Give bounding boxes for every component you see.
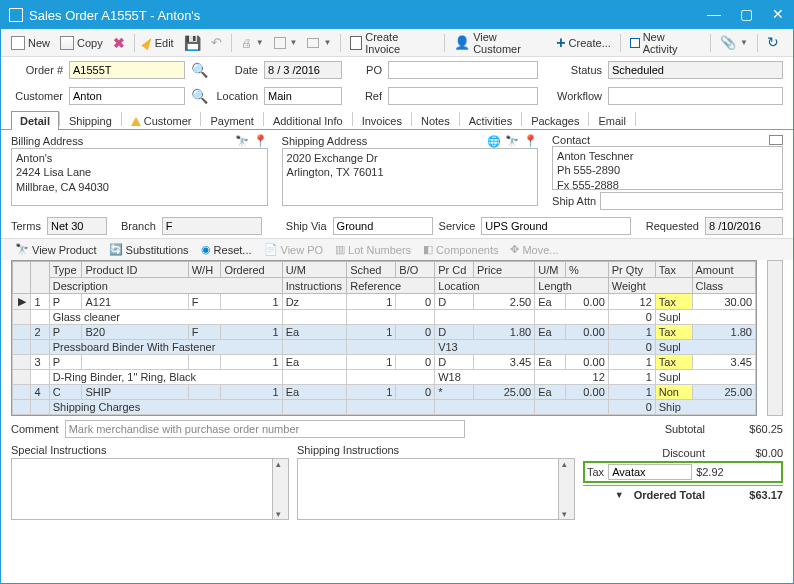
tab-customer[interactable]: Customer [122, 111, 201, 130]
create-invoice-button[interactable]: Create Invoice [346, 29, 439, 57]
col-ordered[interactable]: Ordered [221, 262, 282, 278]
print-button[interactable]: 🖨▼ [237, 35, 268, 51]
export-button[interactable]: ▼ [270, 35, 302, 51]
col-weight[interactable]: Weight [608, 278, 692, 294]
scrollbar[interactable] [558, 459, 574, 519]
edit-button[interactable]: Edit [140, 35, 178, 51]
status-input[interactable] [608, 61, 783, 79]
tab-shipping[interactable]: Shipping [60, 111, 121, 130]
delete-button[interactable]: ✖ [109, 35, 129, 51]
col-amount[interactable]: Amount [692, 262, 755, 278]
minimize-button[interactable]: — [707, 8, 721, 22]
tab-additional-info[interactable]: Additional Info [264, 111, 352, 130]
binoculars-icon[interactable]: 🔭 [505, 135, 519, 148]
line-items-grid[interactable]: Type Product ID W/H Ordered U/M Sched B/… [11, 260, 757, 416]
col-reference[interactable]: Reference [347, 278, 435, 294]
tab-email[interactable]: Email [589, 111, 635, 130]
tab-packages[interactable]: Packages [522, 111, 588, 130]
contact-box[interactable]: Anton Teschner Ph 555-2890 Fx 555-2888 [552, 146, 783, 190]
table-row[interactable]: 4CSHIP1Ea10*25.00Ea0.001Non25.00 [13, 385, 756, 400]
tab-notes[interactable]: Notes [412, 111, 459, 130]
expand-icon[interactable]: ▼ [615, 490, 624, 500]
tab-invoices[interactable]: Invoices [353, 111, 411, 130]
card-icon[interactable] [769, 135, 783, 145]
grid-scrollbar[interactable] [767, 260, 783, 416]
maximize-button[interactable]: ▢ [739, 8, 753, 22]
globe-icon[interactable]: 🌐 [487, 135, 501, 148]
branch-label: Branch [121, 220, 156, 232]
col-um2[interactable]: U/M [535, 262, 566, 278]
table-row[interactable]: 2PB20F1Ea10D1.80Ea0.001Tax1.80 [13, 325, 756, 340]
special-instructions-input[interactable] [12, 459, 272, 519]
search-icon[interactable]: 🔍 [191, 88, 208, 104]
col-type[interactable]: Type [49, 262, 82, 278]
col-pct[interactable]: % [565, 262, 608, 278]
chevron-down-icon: ▼ [256, 38, 264, 47]
ordered-total-label: Ordered Total [634, 489, 705, 501]
close-button[interactable]: ✕ [771, 8, 785, 22]
customer-input[interactable] [69, 87, 185, 105]
tax-name-input[interactable] [608, 464, 692, 480]
col-instructions[interactable]: Instructions [282, 278, 347, 294]
order-input[interactable] [69, 61, 185, 79]
col-length[interactable]: Length [535, 278, 609, 294]
tab-activities[interactable]: Activities [460, 111, 521, 130]
table-row[interactable]: ▶1PA121F1Dz10D2.50Ea0.0012Tax30.00 [13, 294, 756, 310]
col-bo[interactable]: B/O [396, 262, 435, 278]
tag-button[interactable]: ▼ [303, 36, 335, 50]
ref-input[interactable] [388, 87, 538, 105]
copy-button[interactable]: Copy [56, 34, 107, 52]
requested-input[interactable] [705, 217, 783, 235]
terms-input[interactable] [47, 217, 107, 235]
tab-detail[interactable]: Detail [11, 111, 59, 130]
binoculars-icon[interactable]: 🔭 [235, 135, 249, 148]
table-row-detail[interactable]: Glass cleaner0Supl [13, 310, 756, 325]
col-wh[interactable]: W/H [188, 262, 221, 278]
save-button[interactable]: 💾 [180, 33, 205, 53]
col-prcd[interactable]: Pr Cd [435, 262, 474, 278]
pin-icon[interactable]: 📍 [523, 134, 538, 148]
tab-payment[interactable]: Payment [201, 111, 262, 130]
col-product-id[interactable]: Product ID [82, 262, 188, 278]
attachment-button[interactable]: 📎▼ [716, 33, 752, 52]
shipvia-input[interactable] [333, 217, 433, 235]
pin-icon[interactable]: 📍 [253, 134, 268, 148]
service-input[interactable] [481, 217, 631, 235]
view-product-button[interactable]: 🔭View Product [11, 242, 101, 257]
header-row-2: Description Instructions Reference Locat… [13, 278, 756, 294]
table-row-detail[interactable]: Shipping Charges0Ship [13, 400, 756, 415]
col-location[interactable]: Location [435, 278, 535, 294]
search-icon[interactable]: 🔍 [191, 62, 208, 78]
new-button[interactable]: New [7, 34, 54, 52]
billing-address-box[interactable]: Anton's 2424 Lisa Lane Millbrae, CA 9403… [11, 148, 268, 206]
substitutions-button[interactable]: 🔄Substitutions [105, 242, 193, 257]
comment-input[interactable] [65, 420, 465, 438]
shipping-address-box[interactable]: 2020 Exchange Dr Arlington, TX 76011 [282, 148, 539, 206]
col-prqty[interactable]: Pr Qty [608, 262, 655, 278]
refresh-button[interactable] [763, 33, 787, 53]
table-row[interactable]: 3P1Ea10D3.45Ea0.001Tax3.45 [13, 355, 756, 370]
shipping-instructions-input[interactable] [298, 459, 558, 519]
table-row-detail[interactable]: D-Ring Binder, 1" Ring, BlackW18121Supl [13, 370, 756, 385]
scrollbar[interactable] [272, 459, 288, 519]
col-um[interactable]: U/M [282, 262, 347, 278]
ship-attn-input[interactable] [600, 192, 783, 210]
location-input[interactable] [264, 87, 342, 105]
new-activity-button[interactable]: New Activity [626, 29, 705, 57]
reset-button[interactable]: ◉Reset... [197, 242, 256, 257]
po-input[interactable] [388, 61, 538, 79]
reset-icon: ◉ [201, 243, 211, 256]
col-price[interactable]: Price [473, 262, 534, 278]
col-tax[interactable]: Tax [655, 262, 692, 278]
undo-button[interactable]: ↶ [207, 33, 226, 52]
branch-input[interactable] [162, 217, 262, 235]
col-sched[interactable]: Sched [347, 262, 396, 278]
table-row-detail[interactable]: Pressboard Binder With FastenerV130Supl [13, 340, 756, 355]
create-button[interactable]: +Create... [552, 35, 615, 51]
col-description[interactable]: Description [49, 278, 282, 294]
workflow-input[interactable] [608, 87, 783, 105]
col-class[interactable]: Class [692, 278, 755, 294]
tab-shipping-label: Shipping [69, 115, 112, 127]
date-input[interactable] [264, 61, 342, 79]
view-customer-button[interactable]: 👤View Customer [450, 29, 550, 57]
